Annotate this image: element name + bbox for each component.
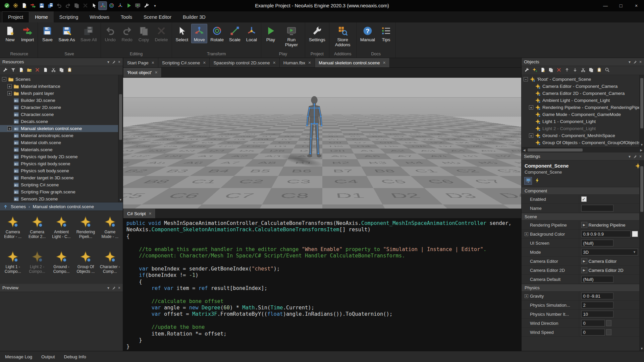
objects-arrow-up-button[interactable] — [564, 67, 571, 74]
ribbon-manual-button[interactable]: ? Manual — [358, 24, 377, 43]
code-editor[interactable]: public void MeshInSpaceAnimationControll… — [123, 219, 521, 351]
wind-direction-slider[interactable] — [606, 320, 611, 326]
resource-item-physics-rigid-body-scene[interactable]: Physics rigid body.scene — [0, 160, 118, 167]
scene-object-light-2-compo[interactable]: Light 2 - Compo... — [25, 248, 49, 283]
qat-select-button[interactable] — [90, 2, 98, 10]
camera-editor-reference-button[interactable]: ▶ — [581, 258, 587, 264]
rendering-pipeline-reference-button[interactable]: ▶ — [581, 222, 587, 228]
breadcrumb-item[interactable]: Manual skeleton control.scene — [33, 204, 94, 209]
background-color-swatch[interactable] — [632, 231, 638, 237]
scroll-left-icon[interactable]: ◀ — [522, 148, 527, 152]
objects-hscrollbar[interactable]: ◀ ▶ — [522, 147, 644, 153]
resources-new-folder-button[interactable] — [26, 67, 33, 74]
object-item-rendering-pipeline-component-renderingpi[interactable]: + Rendering Pipeline - Component_Renderi… — [522, 104, 639, 111]
menu-project[interactable]: Project — [2, 11, 29, 22]
viewport-3d[interactable]: D3D4D5D6D7D8A1A2A3A4A5A6A7A8B1B2B3B4B5B6… — [123, 77, 521, 209]
status-output[interactable]: Output — [41, 354, 55, 359]
resource-item-scenes[interactable]: − Scenes — [0, 76, 118, 83]
qat-save-button[interactable] — [38, 2, 46, 10]
minimize-button[interactable]: — — [598, 0, 613, 11]
qat-chevron-down-button[interactable]: ▾ — [151, 2, 159, 10]
resources-page-button[interactable] — [42, 67, 49, 74]
script-tab-c-script[interactable]: C# Script × — [123, 209, 156, 218]
gravity-input[interactable]: 0 0 -9.81 — [581, 293, 613, 299]
physics-number-it-input[interactable]: 10 — [581, 311, 613, 317]
resources-copy-button[interactable] — [58, 67, 65, 74]
close-tab-icon[interactable]: × — [383, 60, 386, 65]
object-item-game-mode-component-gamemode[interactable]: Game Mode - Component_GameMode — [522, 111, 639, 118]
qat-move-button[interactable] — [99, 2, 107, 10]
close-tab-icon[interactable]: × — [152, 60, 154, 65]
qat-redo-button[interactable] — [64, 2, 72, 10]
objects-arrow-down-button[interactable] — [572, 67, 579, 74]
objects-cut-button[interactable] — [580, 67, 587, 74]
objects-delete-button[interactable] — [555, 67, 562, 74]
expander-plus-icon[interactable]: + — [529, 105, 533, 110]
ribbon-move-button[interactable]: Move — [191, 24, 207, 43]
ribbon-import-button[interactable]: Import — [19, 24, 36, 43]
scene-object-rendering-pipeli[interactable]: Rendering Pipeli... — [73, 213, 98, 248]
expander-plus-icon[interactable]: + — [529, 133, 533, 138]
objects-copy-button[interactable] — [588, 67, 595, 74]
expander-plus-icon[interactable]: + — [7, 91, 12, 96]
expander-minus-icon[interactable]: − — [524, 77, 528, 81]
close-tab-icon[interactable]: × — [273, 60, 276, 65]
maximize-button[interactable]: □ — [613, 0, 629, 11]
ribbon-save-as-button[interactable]: Save As — [56, 24, 77, 43]
menu-scripting[interactable]: Scripting — [54, 11, 84, 22]
object-item-camera-editor-2d-component-camera[interactable]: Camera Editor 2D - Component_Camera — [522, 90, 639, 97]
object-item-ground-component-meshinspace[interactable]: + Ground - Component_MeshInSpace — [522, 132, 639, 139]
scrollbar-thumb[interactable] — [119, 94, 122, 140]
settings-scrollbar[interactable]: ▼ — [639, 161, 644, 351]
resource-item-physics-rigid-body-2d-scene[interactable]: Physics rigid body 2D.scene — [0, 153, 118, 160]
qat-copy-button[interactable] — [72, 2, 80, 10]
resource-item-material-inheritance[interactable]: + Material inheritance — [0, 83, 118, 90]
resources-new-file-button[interactable] — [18, 67, 25, 74]
resources-filter-button[interactable] — [10, 67, 17, 74]
object-item-group-of-objects-component-groupofobject[interactable]: Group Of Objects - Component_GroupOfObje… — [522, 139, 639, 146]
status-message-log[interactable]: Message Log — [5, 354, 32, 359]
resources-delete-button[interactable] — [34, 67, 41, 74]
resource-item-manual-skeleton-control-scene[interactable]: + Manual skeleton control.scene — [0, 125, 118, 132]
document-tab-scripting-c-scene[interactable]: Scripting C#.scene × — [158, 58, 210, 67]
up-arrow-icon[interactable] — [3, 204, 8, 209]
document-tab-human-fbx[interactable]: Human.fbx × — [280, 58, 315, 67]
scene-object-ambient-light-c[interactable]: Ambient Light - C... — [49, 213, 73, 248]
status-debug-info[interactable]: Debug Info — [64, 354, 86, 359]
close-tab-icon[interactable]: × — [203, 60, 206, 65]
resources-pin-icon[interactable] — [112, 60, 116, 64]
wind-direction-input[interactable]: 0 — [581, 320, 605, 326]
scene-object-camera-editor-2[interactable]: Camera Editor 2... — [25, 213, 49, 248]
scroll-right-icon[interactable]: ▶ — [639, 148, 644, 152]
scene-object-light-1-compo[interactable]: Light 1 - Compo... — [1, 248, 25, 283]
resource-item-materials-scene[interactable]: Materials.scene — [0, 146, 118, 153]
close-tab-icon[interactable]: × — [155, 70, 157, 75]
document-tab-manual-skeleton-control-scene[interactable]: Manual skeleton control.scene × — [315, 58, 390, 67]
preview-close-icon[interactable]: × — [118, 286, 120, 290]
events-view-button[interactable] — [533, 177, 541, 185]
resources-close-icon[interactable]: × — [118, 60, 120, 64]
ribbon-delete-button[interactable]: Delete — [153, 24, 170, 43]
close-tab-icon[interactable]: × — [308, 60, 311, 65]
resource-item-character-scene[interactable]: Character.scene — [0, 111, 118, 118]
resource-item-character-2d-scene[interactable]: Character 2D.scene — [0, 104, 118, 111]
qat-local-button[interactable] — [116, 2, 124, 10]
wind-speed-slider[interactable] — [606, 329, 611, 335]
scroll-down-icon[interactable]: ▼ — [640, 346, 644, 351]
resources-scrollbar[interactable]: ▼ — [118, 75, 123, 202]
scene-object-game-mode[interactable]: Game Mode - ... — [98, 213, 122, 248]
resource-item-decals-scene[interactable]: Decals.scene — [0, 118, 118, 125]
ribbon-undo-button[interactable]: Undo — [102, 24, 118, 43]
object-item-light-2-component-light[interactable]: Light 2 - Component_Light — [522, 125, 639, 132]
objects-search-button[interactable] — [604, 67, 611, 74]
preview-pin-icon[interactable] — [112, 286, 116, 290]
close-button[interactable]: × — [629, 0, 644, 11]
root-tab-root-object[interactable]: 'Root object' × — [123, 68, 162, 77]
resource-item-physics-soft-body-scene[interactable]: Physics soft body.scene — [0, 167, 118, 174]
objects-copy-button[interactable] — [547, 67, 554, 74]
settings-view-button[interactable] — [524, 177, 532, 185]
qat-settings-button[interactable] — [142, 2, 150, 10]
resource-item-render-target-in-3d-scene[interactable]: Render target in 3D.scene — [0, 174, 118, 181]
scene-object-character-comp[interactable]: Character - Comp... — [98, 248, 122, 283]
resource-item-sensors-2d-scene[interactable]: Sensors 2D.scene — [0, 195, 118, 202]
